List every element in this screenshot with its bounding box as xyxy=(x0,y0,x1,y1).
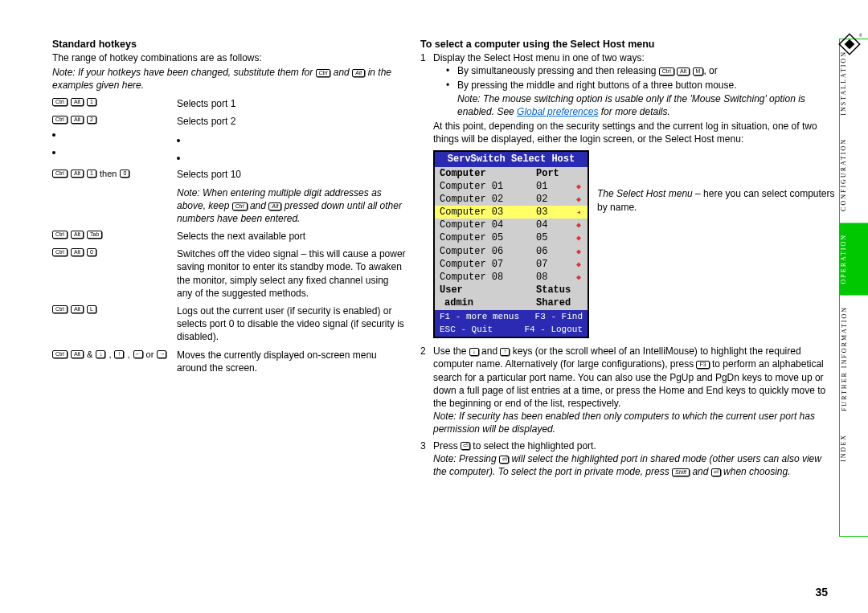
nav-tab[interactable]: OPERATION xyxy=(840,223,868,295)
col-computer: Computer xyxy=(440,167,536,180)
alt-key-icon: Alt xyxy=(71,98,84,106)
hotkey-combo: Ctrl Alt 1 xyxy=(52,97,177,106)
ctrl-key-icon: Ctrl xyxy=(52,350,68,358)
after-bullets-text: At this point, depending on the security… xyxy=(433,120,836,145)
alt-key-icon: Alt xyxy=(71,248,84,256)
step2-text: Use the ↓ and ↑ keys (or the scroll whee… xyxy=(433,345,825,409)
menu-title: ServSwitch Select Host xyxy=(435,152,588,166)
down-arrow-icon: ↓ xyxy=(469,348,479,356)
hotkey-combo: Ctrl Alt & ↓, ↑, ← or → xyxy=(52,349,177,359)
hotkey-desc: Switches off the video signal – this wil… xyxy=(177,247,406,300)
l-key-icon: L xyxy=(87,305,96,313)
hotkey-combo: Ctrl Alt 0 xyxy=(52,247,177,256)
side-nav: INSTALLATIONCONFIGURATIONOPERATIONFURTHE… xyxy=(839,39,868,537)
host-row[interactable]: Computer 0606◆ xyxy=(435,245,588,258)
step-number: 1 xyxy=(420,51,433,338)
up-arrow-icon: ↑ xyxy=(114,350,124,358)
ellipsis-dot xyxy=(177,157,180,160)
status-value: Shared xyxy=(536,296,571,309)
col-port: Port xyxy=(536,167,559,180)
bullet2-note: Note: The mouse switching option is usab… xyxy=(457,92,836,118)
ctrl-key-icon: Ctrl xyxy=(52,248,68,256)
page-number: 35 xyxy=(815,586,828,599)
ctrl-key-icon: Ctrl xyxy=(52,116,68,124)
shift-key-icon: Shift xyxy=(672,468,690,476)
step2-note: Note: If security has been enabled then … xyxy=(433,410,836,435)
down-arrow-icon: ↓ xyxy=(96,350,105,358)
ctrl-key-icon: Ctrl xyxy=(52,231,68,239)
left-note1: Note: If your hotkeys have been changed,… xyxy=(52,66,406,92)
zero-key-icon: 0 xyxy=(87,248,96,256)
hotkey-combo: Ctrl Alt L xyxy=(52,304,177,313)
nav-tab[interactable]: INDEX xyxy=(840,423,868,473)
right-arrow-icon: → xyxy=(157,350,166,358)
ctrl-key-icon: Ctrl xyxy=(52,305,68,313)
select-host-menu: ServSwitch Select Host Computer Port Com… xyxy=(433,150,589,338)
enter-key-icon: ⏎ xyxy=(461,442,470,450)
host-row[interactable]: Computer 0707◆ xyxy=(435,258,588,271)
left-heading: Standard hotkeys xyxy=(52,39,406,50)
ctrl-key-icon: Ctrl xyxy=(316,69,331,77)
step3-text: Press ⏎ to select the highlighted port. xyxy=(433,440,596,452)
hotkey-desc: Selects port 1 xyxy=(177,97,406,110)
host-row[interactable]: Computer 0404◆ xyxy=(435,219,588,231)
host-row[interactable]: Computer 0303◂ xyxy=(435,206,588,219)
left-intro: The range of hotkey combinations are as … xyxy=(52,51,406,64)
hotkey-desc: Logs out the current user (if security i… xyxy=(177,304,406,344)
ctrl-key-icon: Ctrl xyxy=(52,170,68,178)
step3-note: Note: Pressing ⏎ will select the highlig… xyxy=(433,452,836,478)
svg-rect-1 xyxy=(845,39,855,50)
up-arrow-icon: ↑ xyxy=(500,348,510,356)
hotkey-combo: Ctrl Alt 2 xyxy=(52,115,177,124)
two-key-icon: 2 xyxy=(87,116,96,124)
hotkey-combo: Ctrl Alt 1 then 0 xyxy=(52,168,177,178)
nav-tab[interactable]: CONFIGURATION xyxy=(840,127,868,223)
hotkey-combo: Ctrl Alt Tab xyxy=(52,230,177,239)
hotkey-desc: Selects port 2 xyxy=(177,115,406,128)
one-key-icon: 1 xyxy=(87,98,96,106)
alt-key-icon: Alt xyxy=(71,305,84,313)
bullet-text: By pressing the middle and right buttons… xyxy=(457,79,836,118)
m-key-icon: M xyxy=(693,67,704,76)
step-number: 3 xyxy=(420,439,433,480)
step1-text: Display the Select Host menu in one of t… xyxy=(433,52,645,63)
nav-tab[interactable]: FURTHER INFORMATION xyxy=(840,295,868,423)
host-row[interactable]: Computer 0505◆ xyxy=(435,231,588,244)
host-row[interactable]: Computer 0202◆ xyxy=(435,193,588,206)
svg-text:®: ® xyxy=(859,33,862,38)
hotkey-desc: Selects port 10 xyxy=(177,168,406,181)
multi-digit-note: Note: When entering multiple digit addre… xyxy=(177,186,406,226)
alt-key-icon: Alt xyxy=(71,231,84,239)
host-row[interactable]: Computer 0808◆ xyxy=(435,271,588,284)
alt-key-icon: Alt xyxy=(677,67,690,76)
bullet-text: By simultaneously pressing and then rele… xyxy=(457,64,718,77)
right-heading: To select a computer using the Select Ho… xyxy=(420,39,836,50)
f3-key-icon: F3 xyxy=(696,361,709,369)
ctrl-key-icon: Ctrl xyxy=(52,98,68,106)
status-label: Status xyxy=(536,284,571,296)
alt-key-icon: Alt xyxy=(71,350,84,358)
user-label: User xyxy=(440,284,536,296)
ctrl-key-icon: Ctrl xyxy=(232,202,248,210)
host-row[interactable]: Computer 0101◆ xyxy=(435,180,588,193)
hostmenu-caption: The Select Host menu – here you can sele… xyxy=(597,187,836,213)
brand-logo-icon: ® xyxy=(837,32,862,56)
step-number: 2 xyxy=(420,345,433,437)
alt-key-icon: Alt xyxy=(71,116,84,124)
alt-key-icon: Alt xyxy=(352,69,365,77)
footer-esc: ESC - Quit xyxy=(440,324,493,336)
hotkey-desc: Selects the next available port xyxy=(177,230,406,243)
footer-f4: F4 - Logout xyxy=(524,324,583,336)
global-preferences-link[interactable]: Global preferences xyxy=(517,106,598,117)
hotkey-desc: Moves the currently displayed on-screen … xyxy=(177,349,406,374)
ellipsis-dot xyxy=(52,133,55,137)
enter-key-icon: ⏎ xyxy=(499,456,509,464)
ellipsis-dot xyxy=(177,139,180,142)
one-key-icon: 1 xyxy=(87,170,96,178)
zero-key-icon: 0 xyxy=(120,170,129,178)
left-arrow-icon: ← xyxy=(133,350,143,358)
user-value: admin xyxy=(440,296,536,309)
ctrl-key-icon: Ctrl xyxy=(659,67,674,76)
alt-key-icon: Alt xyxy=(268,202,281,210)
tab-key-icon: Tab xyxy=(87,231,102,239)
